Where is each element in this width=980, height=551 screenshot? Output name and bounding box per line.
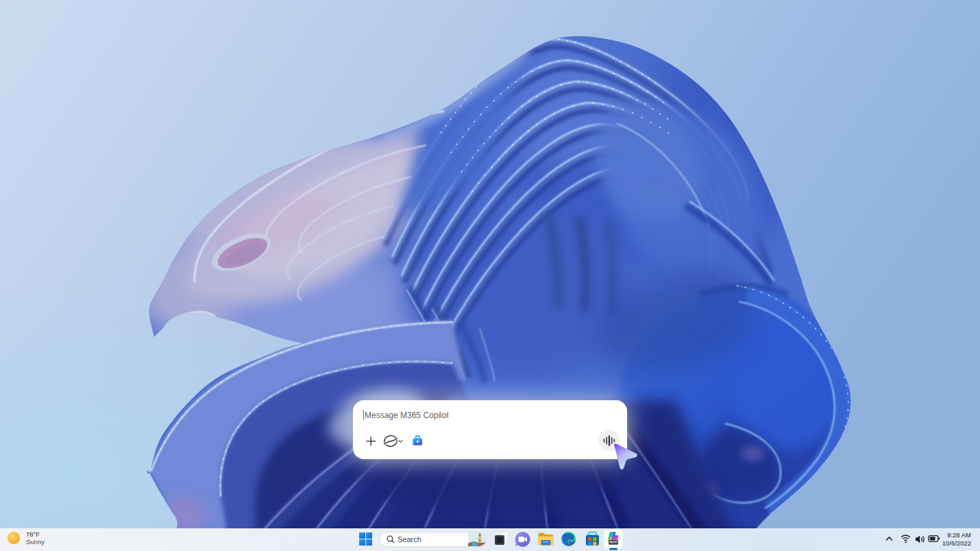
- svg-text:M365: M365: [609, 541, 617, 544]
